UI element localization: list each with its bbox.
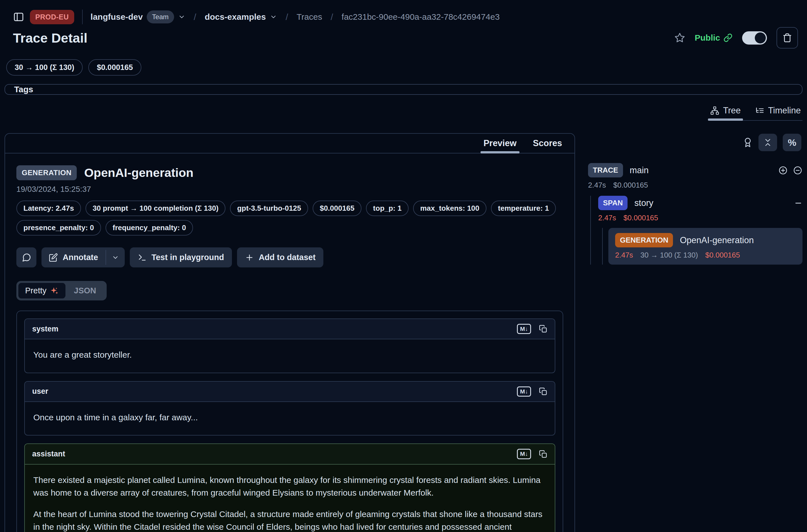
annotate-button[interactable]: Annotate [41, 247, 106, 267]
tab-scores[interactable]: Scores [533, 134, 562, 153]
generation-type-badge: GENERATION [615, 233, 673, 247]
tree-node-generation-selected[interactable]: GENERATION OpenAI-generation 2.47s 30 → … [608, 228, 803, 265]
trace-cost: $0.000165 [614, 181, 648, 190]
playground-label: Test in playground [151, 253, 224, 262]
trace-name: main [630, 165, 649, 175]
observation-panel: Preview Scores GENERATION OpenAI-generat… [4, 133, 575, 532]
trace-type-badge: TRACE [588, 163, 623, 177]
generation-latency: 2.47s [615, 251, 633, 260]
span-metrics: 2.47s $0.000165 [598, 213, 803, 222]
format-json-segment[interactable]: JSON [65, 283, 105, 299]
message-paragraph: At the heart of Lumina stood the towerin… [33, 508, 546, 532]
trace-summary-chips: 30 → 100 (Σ 130) $0.000165 [4, 49, 803, 76]
tab-tree[interactable]: Tree [710, 106, 741, 116]
add-to-dataset-button[interactable]: Add to dataset [237, 247, 323, 267]
trash-icon [783, 33, 792, 43]
cost-badge: $0.000165 [313, 201, 361, 216]
view-tabs: Tree Timeline [709, 106, 803, 121]
markdown-toggle-icon[interactable]: M↓ [517, 324, 531, 334]
frequency-penalty-badge: frequency_penalty: 0 [106, 220, 193, 235]
public-label: Public [695, 33, 720, 43]
public-share-link[interactable]: Public [695, 33, 732, 43]
message-header: system M↓ [25, 319, 555, 339]
copy-icon[interactable] [539, 387, 547, 396]
tab-preview[interactable]: Preview [483, 134, 517, 153]
message-system: system M↓ You are a great storyteller. [24, 319, 555, 373]
copy-icon[interactable] [539, 450, 547, 458]
breadcrumb-organization[interactable]: langfuse-dev Team [91, 11, 185, 23]
tree-node-trace[interactable]: TRACE main [588, 163, 803, 177]
edit-pencil-icon [49, 253, 58, 262]
tree-node-actions [794, 199, 803, 207]
test-in-playground-button[interactable]: Test in playground [130, 247, 232, 267]
message-tools: M↓ [517, 449, 547, 459]
observation-actions: Annotate Test in playgroun [16, 247, 563, 267]
message-user: user M↓ Once upon a time in a galaxy far… [24, 381, 555, 436]
tags-input[interactable]: Tags [4, 84, 803, 95]
breadcrumb: PROD-EU langfuse-dev Team / docs-example… [4, 0, 803, 24]
sidebar-toggle-button[interactable] [13, 11, 24, 23]
delete-trace-button[interactable] [776, 27, 798, 49]
comment-button[interactable] [16, 247, 36, 267]
link-icon [724, 33, 732, 42]
main-content: Preview Scores GENERATION OpenAI-generat… [4, 133, 803, 532]
star-icon [674, 33, 685, 43]
minus-collapse-icon[interactable] [794, 199, 803, 207]
title-actions: Public [674, 27, 798, 49]
tags-label: Tags [14, 84, 33, 94]
scores-award-button[interactable] [743, 137, 753, 148]
observation-badges-row-1: Latency: 2.47s 30 prompt → 100 completio… [16, 201, 563, 216]
collapse-all-button[interactable] [758, 134, 777, 151]
span-type-badge: SPAN [598, 196, 627, 210]
tree-toolbar: % [588, 134, 803, 151]
percent-icon: % [788, 137, 796, 148]
message-role: user [32, 387, 48, 396]
message-paragraph: There existed a majestic planet called L… [33, 474, 546, 499]
circle-plus-icon[interactable] [778, 166, 788, 175]
panel-body: GENERATION OpenAI-generation 19/03/2024,… [5, 153, 575, 532]
breadcrumb-section-traces[interactable]: Traces [297, 12, 322, 22]
span-children: GENERATION OpenAI-generation 2.47s 30 → … [602, 228, 803, 265]
copy-icon[interactable] [539, 325, 547, 333]
trace-detail-page: PROD-EU langfuse-dev Team / docs-example… [0, 0, 807, 532]
markdown-toggle-icon[interactable]: M↓ [517, 386, 531, 397]
format-pretty-segment[interactable]: Pretty [18, 283, 65, 299]
public-toggle[interactable] [742, 31, 767, 44]
panel-tabs: Preview Scores [5, 134, 575, 153]
generation-metrics: 2.47s 30 → 100 (Σ 130) $0.000165 [615, 251, 796, 260]
message-paragraph: You are a great storyteller. [33, 348, 546, 361]
toggle-knob [755, 33, 766, 43]
message-assistant: assistant M↓ There existed a majestic pl… [24, 443, 555, 532]
page-title: Trace Detail [13, 30, 88, 46]
network-tree-icon [710, 106, 719, 115]
message-content: You are a great storyteller. [25, 339, 555, 373]
project-name: docs-examples [205, 12, 266, 22]
token-usage-chip: 30 → 100 (Σ 130) [6, 59, 83, 76]
presence-penalty-badge: presence_penalty: 0 [16, 220, 101, 235]
circle-minus-icon[interactable] [793, 166, 803, 175]
metrics-toggle-button[interactable]: % [783, 134, 801, 151]
trace-tree: TRACE main 2.47s $0.000165 [588, 163, 803, 265]
title-row: Trace Detail Public [4, 24, 803, 49]
bookmark-star-button[interactable] [674, 33, 685, 43]
breadcrumb-divider [82, 10, 83, 24]
breadcrumb-separator: / [331, 12, 333, 22]
latency-badge: Latency: 2.47s [16, 201, 81, 216]
tree-node-span[interactable]: SPAN story [598, 196, 803, 210]
annotate-dropdown-button[interactable] [106, 247, 125, 267]
observation-name: OpenAI-generation [84, 166, 193, 180]
observation-badges-row-2: presence_penalty: 0 frequency_penalty: 0 [16, 220, 563, 235]
environment-badge[interactable]: PROD-EU [30, 10, 74, 24]
view-tabs-row: Tree Timeline [4, 95, 803, 121]
breadcrumb-trace-id: fac231bc-90ee-490a-aa32-78c4269474e3 [342, 12, 500, 22]
message-paragraph: Once upon a time in a galaxy far, far aw… [33, 411, 546, 424]
add-to-dataset-label: Add to dataset [259, 253, 316, 262]
tab-timeline[interactable]: Timeline [755, 106, 801, 116]
markdown-toggle-icon[interactable]: M↓ [517, 449, 531, 459]
messages-card: system M↓ You are a great storyteller. [16, 310, 563, 532]
message-tools: M↓ [517, 386, 547, 397]
message-content: Once upon a time in a galaxy far, far aw… [25, 402, 555, 435]
breadcrumb-project[interactable]: docs-examples [205, 12, 277, 22]
observation-timestamp: 19/03/2024, 15:25:37 [16, 185, 563, 194]
temperature-badge: temperature: 1 [491, 201, 556, 216]
